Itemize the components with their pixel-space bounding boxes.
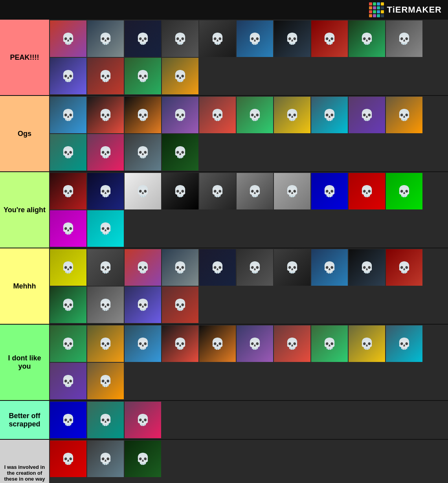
tier-row-ogs: Ogs 💀 💀 💀 💀 💀 💀 💀 💀 💀 💀 💀 💀 💀 💀	[0, 96, 448, 172]
tier-label-idont: I dont like you	[0, 325, 49, 400]
list-item: 💀	[87, 325, 124, 362]
list-item: 💀	[199, 325, 236, 362]
logo-cell	[381, 2, 384, 6]
list-item: 💀	[162, 173, 198, 209]
logo-cell	[377, 10, 380, 13]
list-item: 💀	[386, 325, 422, 362]
list-item: 💀	[87, 441, 124, 477]
list-item: 💀	[311, 325, 348, 362]
logo-cell	[369, 2, 372, 6]
list-item: 💀	[237, 97, 273, 133]
list-item: 💀	[50, 249, 86, 286]
list-item: 💀	[274, 20, 310, 57]
list-item: 💀	[237, 325, 273, 362]
tier-items-alight: 💀 💀 💀 💀 💀 💀 💀 💀 💀 💀 💀 💀	[49, 172, 448, 248]
logo-cell	[369, 10, 372, 13]
list-item: 💀	[386, 249, 422, 286]
list-item: 💀	[125, 134, 161, 171]
list-item: 💀	[50, 441, 86, 477]
logo-text: TiERMAKER	[387, 5, 442, 15]
list-item: 💀	[386, 173, 422, 209]
tier-row-peak: PEAK!!!! 💀 💀 💀 💀 💀 💀 💀 💀 💀 💀 💀 💀 💀 💀	[0, 20, 448, 96]
list-item: 💀	[386, 20, 422, 57]
list-item: 💀	[87, 173, 124, 209]
logo-cell	[369, 14, 372, 17]
list-item: 💀	[274, 97, 310, 133]
list-item: 💀	[274, 325, 310, 362]
list-item: 💀	[50, 20, 86, 57]
list-item: 💀	[311, 173, 348, 209]
list-item: 💀	[199, 97, 236, 133]
list-item: 💀	[162, 325, 198, 362]
list-item: 💀	[87, 363, 124, 399]
tier-items-idont: 💀 💀 💀 💀 💀 💀 💀 💀 💀 💀 💀 💀	[49, 325, 448, 400]
list-item: 💀	[349, 325, 385, 362]
tier-label-involved: I was involved in the creation of these …	[0, 440, 49, 483]
logo-cell	[381, 6, 384, 9]
list-item: 💀	[199, 173, 236, 209]
list-item: 💀	[311, 97, 348, 133]
tier-row-idont: I dont like you 💀 💀 💀 💀 💀 💀 💀 💀 💀 💀 💀 💀	[0, 325, 448, 401]
logo-grid	[369, 2, 384, 17]
list-item: 💀	[349, 20, 385, 57]
list-item: 💀	[386, 97, 422, 133]
list-item: 💀	[311, 20, 348, 57]
tier-label-peak: PEAK!!!!	[0, 20, 49, 95]
list-item: 💀	[87, 402, 124, 438]
list-item: 💀	[125, 20, 161, 57]
list-item: 💀	[50, 402, 86, 438]
logo-cell	[377, 2, 380, 6]
list-item: 💀	[349, 173, 385, 209]
list-item: 💀	[125, 286, 161, 323]
tier-items-peak: 💀 💀 💀 💀 💀 💀 💀 💀 💀 💀 💀 💀 💀 💀	[49, 20, 448, 95]
tier-row-alight: You're alight 💀 💀 💀 💀 💀 💀 💀 💀 💀 💀 💀 💀	[0, 172, 448, 248]
tier-row-scrapped: Better off scrapped 💀 💀 💀	[0, 401, 448, 440]
list-item: 💀	[87, 58, 124, 94]
tier-items-involved: 💀 💀 💀	[49, 440, 448, 483]
list-item: 💀	[349, 249, 385, 286]
tier-items-ogs: 💀 💀 💀 💀 💀 💀 💀 💀 💀 💀 💀 💀 💀 💀	[49, 96, 448, 171]
logo-cell	[373, 10, 376, 13]
list-item: 💀	[125, 58, 161, 94]
logo-cell	[373, 2, 376, 6]
list-item: 💀	[50, 325, 86, 362]
tiermaker-container: TiERMAKER PEAK!!!! 💀 💀 💀 💀 💀 💀 💀 💀 💀 💀 💀…	[0, 0, 448, 483]
list-item: 💀	[125, 402, 161, 438]
tiermaker-logo: TiERMAKER	[369, 2, 442, 17]
list-item: 💀	[50, 58, 86, 94]
list-item: 💀	[199, 249, 236, 286]
list-item: 💀	[274, 173, 310, 209]
list-item: 💀	[125, 173, 161, 209]
logo-cell	[377, 6, 380, 9]
list-item: 💀	[162, 58, 198, 94]
list-item: 💀	[162, 97, 198, 133]
list-item: 💀	[50, 173, 86, 209]
header: TiERMAKER	[0, 0, 448, 20]
logo-cell	[377, 14, 380, 17]
list-item: 💀	[50, 97, 86, 133]
tier-label-mehhh: Mehhh	[0, 248, 49, 324]
logo-cell	[381, 14, 384, 17]
list-item: 💀	[162, 249, 198, 286]
list-item: 💀	[87, 249, 124, 286]
tier-label-scrapped: Better off scrapped	[0, 401, 49, 439]
list-item: 💀	[237, 20, 273, 57]
list-item: 💀	[87, 97, 124, 133]
list-item: 💀	[50, 134, 86, 171]
list-item: 💀	[349, 97, 385, 133]
logo-cell	[373, 6, 376, 9]
tier-items-mehhh: 💀 💀 💀 💀 💀 💀 💀 💀 💀 💀 💀 💀 💀 💀	[49, 248, 448, 324]
list-item: 💀	[162, 134, 198, 171]
list-item: 💀	[125, 249, 161, 286]
list-item: 💀	[237, 249, 273, 286]
list-item: 💀	[87, 210, 124, 247]
list-item: 💀	[125, 441, 161, 477]
tier-items-scrapped: 💀 💀 💀	[49, 401, 448, 439]
list-item: 💀	[162, 20, 198, 57]
list-item: 💀	[87, 134, 124, 171]
tier-row-mehhh: Mehhh 💀 💀 💀 💀 💀 💀 💀 💀 💀 💀 💀 💀 💀 💀	[0, 248, 448, 325]
list-item: 💀	[311, 249, 348, 286]
list-item: 💀	[50, 363, 86, 399]
logo-cell	[381, 10, 384, 13]
list-item: 💀	[199, 20, 236, 57]
